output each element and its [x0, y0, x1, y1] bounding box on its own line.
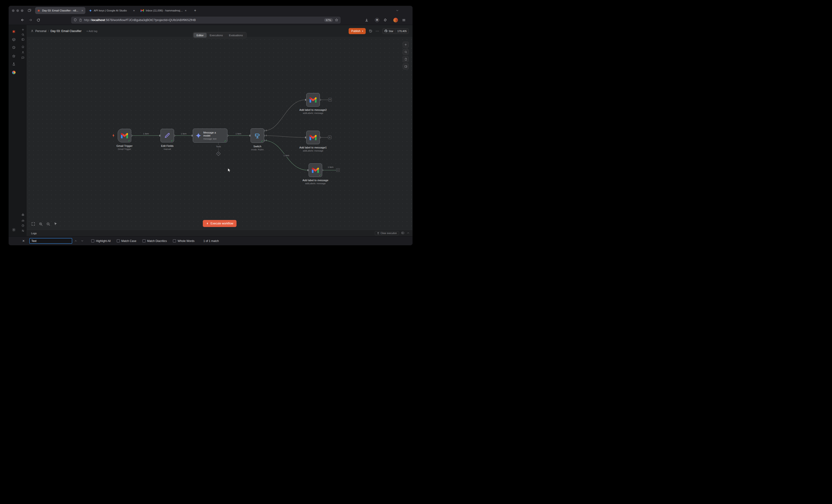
- github-star-widget[interactable]: Star 179,405: [382, 28, 409, 34]
- downloads-icon[interactable]: [364, 17, 369, 23]
- extension-h-badge[interactable]: H: [375, 18, 379, 22]
- node-message-a-model[interactable]: Message a model message: text ✓: [193, 129, 228, 143]
- checkbox[interactable]: [117, 240, 120, 243]
- switch-output-0[interactable]: 0: [266, 129, 267, 132]
- tab-evaluations[interactable]: Evaluations: [226, 33, 246, 38]
- tab-bar: Day 03: Email Classifier - n8... ✕ API k…: [9, 6, 413, 15]
- browser-window: Day 03: Email Classifier - n8... ✕ API k…: [8, 6, 413, 246]
- add-node-button[interactable]: +: [336, 168, 340, 172]
- search-canvas-button[interactable]: [403, 49, 409, 55]
- zoom-out-button[interactable]: [46, 222, 50, 227]
- clear-execution-button[interactable]: Clear execution: [375, 231, 399, 235]
- user-icon[interactable]: [22, 51, 25, 54]
- node-switch[interactable]: ✓: [251, 128, 264, 143]
- find-previous-button[interactable]: [73, 238, 79, 244]
- workflow-history-icon[interactable]: [369, 29, 372, 33]
- more-options-icon[interactable]: ⋯: [375, 29, 379, 33]
- canvas-right-toolbar: [403, 41, 409, 69]
- zoom-window-button[interactable]: [21, 9, 23, 12]
- tab-close-icon[interactable]: ✕: [81, 9, 83, 12]
- find-input[interactable]: [29, 238, 72, 244]
- fit-view-button[interactable]: [31, 222, 35, 227]
- toggle-panel-button[interactable]: [403, 63, 409, 69]
- tab-list-chevron-icon[interactable]: [396, 9, 399, 12]
- forward-button[interactable]: [28, 17, 33, 23]
- node-add-label-to-message[interactable]: ✓: [309, 163, 322, 177]
- shield-icon[interactable]: [74, 18, 77, 22]
- insights-icon[interactable]: [12, 71, 16, 74]
- templates-star-icon[interactable]: [12, 54, 16, 58]
- zoom-indicator[interactable]: 67%: [324, 18, 333, 22]
- tab-ai-studio[interactable]: API keys | Google AI Studio ✕: [87, 7, 137, 14]
- bookmark-star-icon[interactable]: [335, 18, 338, 22]
- open-logs-icon[interactable]: [401, 231, 404, 235]
- minimize-window-button[interactable]: [17, 9, 19, 12]
- reload-button[interactable]: [35, 17, 41, 23]
- preferences-sliders-icon[interactable]: [22, 229, 25, 232]
- projects-box-icon[interactable]: [12, 38, 16, 41]
- desktop: Day 03: Email Classifier - n8... ✕ API k…: [0, 0, 416, 252]
- publish-button[interactable]: Publish▾: [348, 28, 366, 34]
- node-add-label-to-message2[interactable]: [306, 93, 320, 107]
- workflow-title[interactable]: Day 03: Email Classifier: [51, 29, 82, 33]
- tab-executions[interactable]: Executions: [207, 33, 226, 38]
- home-icon[interactable]: [22, 45, 25, 48]
- canvas-zoom-controls: [31, 222, 58, 227]
- pencil-icon: [164, 133, 170, 139]
- add-node-panel-button[interactable]: [403, 41, 409, 48]
- history-clock-icon[interactable]: [22, 224, 25, 227]
- extensions-puzzle-icon[interactable]: [382, 17, 388, 23]
- trash-icon: [377, 232, 380, 234]
- tab-editor[interactable]: Editor: [193, 33, 207, 38]
- execute-workflow-button[interactable]: Execute workflow: [203, 220, 237, 227]
- highlight-all-option[interactable]: Highlight All: [91, 240, 111, 243]
- search-icon[interactable]: [22, 33, 25, 36]
- sticky-note-button[interactable]: [403, 56, 409, 62]
- tab-close-icon[interactable]: ✕: [133, 9, 135, 12]
- tab-gmail-inbox[interactable]: Inbox (11,006) - hammadmajeed... ✕: [138, 7, 189, 14]
- add-node-button[interactable]: +: [328, 98, 332, 102]
- n8n-logo[interactable]: [12, 30, 16, 34]
- expand-logs-chevron-icon[interactable]: [407, 231, 410, 235]
- profile-avatar[interactable]: [393, 18, 398, 23]
- trigger-bolt-icon: [112, 134, 115, 137]
- match-diacritics-option[interactable]: Match Diacritics: [142, 240, 167, 243]
- tab-close-icon[interactable]: ✕: [185, 9, 187, 12]
- checkbox[interactable]: [142, 240, 146, 243]
- checkbox[interactable]: [91, 240, 94, 243]
- assistant-bot-icon[interactable]: [21, 213, 25, 217]
- tab-n8n-workflow[interactable]: Day 03: Email Classifier - n8... ✕: [35, 7, 85, 14]
- whole-words-option[interactable]: Whole Words: [173, 240, 194, 243]
- gmail-icon: [310, 97, 317, 103]
- find-next-button[interactable]: [80, 238, 85, 244]
- node-gmail-trigger[interactable]: ✓: [118, 129, 131, 142]
- url-bar[interactable]: http://localhost:5678/workflow/fTJCnBgub…: [71, 17, 341, 24]
- evaluations-flask-icon[interactable]: [12, 62, 16, 66]
- node-edit-fields[interactable]: ✓: [160, 129, 174, 142]
- close-findbar-icon[interactable]: ✕: [22, 239, 25, 243]
- workflow-canvas[interactable]: 1 item 1 item 1 item 1 item 1 item ✓ Gma…: [27, 37, 413, 230]
- firefox-view-icon[interactable]: [28, 9, 31, 12]
- logs-panel-header[interactable]: Logs Clear execution: [27, 230, 413, 236]
- match-case-option[interactable]: Match Case: [117, 240, 136, 243]
- close-window-button[interactable]: [12, 9, 15, 12]
- executions-clock-icon[interactable]: [12, 46, 16, 49]
- panel-toggle-icon[interactable]: [22, 38, 25, 41]
- insights-chart-icon[interactable]: [22, 219, 25, 222]
- page-info-icon[interactable]: [79, 19, 82, 22]
- menu-hamburger-icon[interactable]: [401, 17, 407, 23]
- new-tab-button[interactable]: +: [192, 8, 198, 12]
- add-node-button[interactable]: +: [328, 136, 332, 139]
- tidy-up-button[interactable]: [54, 222, 58, 227]
- new-workflow-plus-icon[interactable]: [22, 28, 25, 31]
- node-add-label-to-message1[interactable]: [306, 131, 320, 144]
- switch-output-1[interactable]: 1: [266, 134, 267, 137]
- checkbox[interactable]: [173, 240, 176, 243]
- back-button[interactable]: [20, 17, 25, 23]
- chat-icon[interactable]: [22, 56, 25, 59]
- add-tag-button[interactable]: + Add tag: [86, 30, 97, 32]
- project-name[interactable]: Personal: [35, 29, 46, 33]
- zoom-in-button[interactable]: [38, 222, 43, 227]
- switch-output-2[interactable]: 2: [266, 139, 267, 141]
- settings-gear-icon[interactable]: [12, 228, 16, 232]
